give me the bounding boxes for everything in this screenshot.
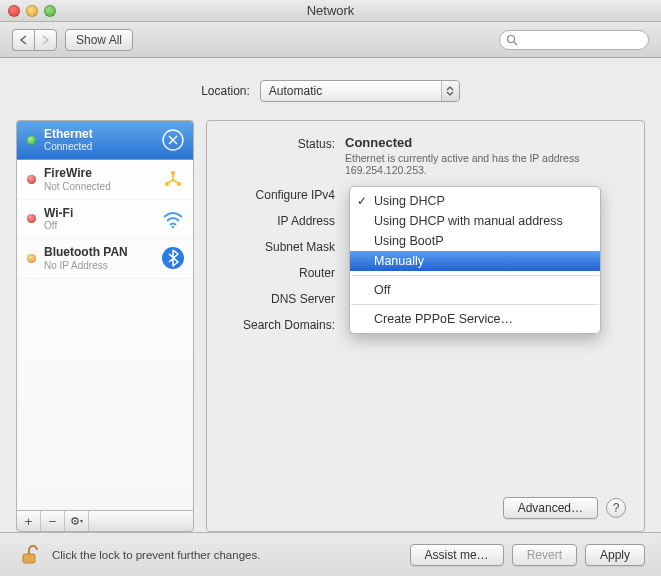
revert-button[interactable]: Revert — [512, 544, 577, 566]
menu-item-dhcp-manual[interactable]: Using DHCP with manual address — [350, 211, 600, 231]
svg-rect-10 — [23, 554, 35, 563]
menu-item-off[interactable]: Off — [350, 280, 600, 300]
advanced-button[interactable]: Advanced… — [503, 497, 598, 519]
assist-button[interactable]: Assist me… — [410, 544, 504, 566]
detail-panel: Status: Connected Ethernet is currently … — [206, 120, 645, 532]
configure-ipv4-menu: ✓Using DHCP Using DHCP with manual addre… — [349, 186, 601, 334]
svg-line-1 — [514, 42, 517, 45]
action-menu-button[interactable] — [65, 511, 89, 531]
ethernet-icon — [161, 128, 185, 152]
wifi-icon — [161, 207, 185, 231]
add-interface-button[interactable]: + — [17, 511, 41, 531]
item-name: Wi-Fi — [44, 206, 153, 220]
menu-divider — [351, 304, 599, 305]
location-value: Automatic — [269, 84, 322, 98]
lock-text: Click the lock to prevent further change… — [52, 549, 260, 561]
ip-label: IP Address — [207, 212, 345, 228]
interface-list: Ethernet Connected FireWire Not Connecte… — [16, 120, 194, 510]
item-sub: Off — [44, 220, 153, 232]
gear-icon — [70, 515, 84, 527]
location-select[interactable]: Automatic — [260, 80, 460, 102]
configure-label: Configure IPv4 — [207, 186, 345, 202]
search-icon — [506, 34, 518, 46]
svg-point-3 — [171, 170, 175, 174]
dns-label: DNS Server — [207, 290, 345, 306]
status-dot-icon — [27, 254, 36, 263]
check-icon: ✓ — [357, 194, 367, 208]
item-sub: No IP Address — [44, 260, 153, 272]
menu-item-dhcp[interactable]: ✓Using DHCP — [350, 191, 600, 211]
lock-button[interactable] — [16, 542, 42, 568]
search-domains-label: Search Domains: — [207, 316, 345, 332]
search-input[interactable] — [522, 33, 661, 47]
remove-interface-button[interactable]: − — [41, 511, 65, 531]
svg-point-9 — [74, 520, 76, 522]
menu-item-manually[interactable]: Manually — [350, 251, 600, 271]
location-label: Location: — [201, 84, 250, 98]
forward-button[interactable] — [34, 29, 57, 51]
router-label: Router — [207, 264, 345, 280]
status-dot-icon — [27, 175, 36, 184]
menu-divider — [351, 275, 599, 276]
show-all-button[interactable]: Show All — [65, 29, 133, 51]
menu-item-pppoe[interactable]: Create PPPoE Service… — [350, 309, 600, 329]
svg-point-0 — [508, 35, 515, 42]
firewire-icon — [161, 168, 185, 192]
status-label: Status: — [207, 135, 345, 176]
apply-button[interactable]: Apply — [585, 544, 645, 566]
sidebar-item-wifi[interactable]: Wi-Fi Off — [17, 200, 193, 239]
sidebar-item-ethernet[interactable]: Ethernet Connected — [17, 121, 193, 160]
sidebar-item-firewire[interactable]: FireWire Not Connected — [17, 160, 193, 199]
subnet-label: Subnet Mask — [207, 238, 345, 254]
updown-icon — [441, 81, 459, 101]
item-sub: Not Connected — [44, 181, 153, 193]
status-dot-icon — [27, 214, 36, 223]
status-description: Ethernet is currently active and has the… — [345, 152, 585, 176]
back-button[interactable] — [12, 29, 34, 51]
item-sub: Connected — [44, 141, 153, 153]
item-name: Bluetooth PAN — [44, 245, 153, 259]
help-button[interactable]: ? — [606, 498, 626, 518]
item-name: Ethernet — [44, 127, 153, 141]
item-name: FireWire — [44, 166, 153, 180]
menu-item-bootp[interactable]: Using BootP — [350, 231, 600, 251]
window-title: Network — [0, 3, 661, 18]
search-field[interactable] — [499, 30, 649, 50]
svg-point-6 — [172, 226, 175, 229]
bluetooth-icon — [161, 246, 185, 270]
status-value: Connected — [345, 135, 626, 150]
sidebar-item-bluetooth[interactable]: Bluetooth PAN No IP Address — [17, 239, 193, 278]
unlock-icon — [18, 544, 40, 566]
status-dot-icon — [27, 136, 36, 145]
